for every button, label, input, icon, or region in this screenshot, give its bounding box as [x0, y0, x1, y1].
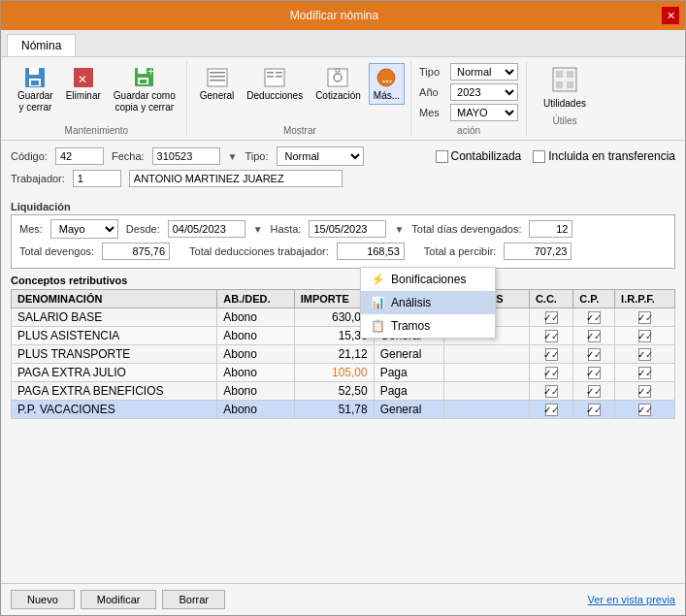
trabajador-name-input[interactable] [129, 170, 343, 187]
table-cell: PLUS ASISTENCIA [12, 327, 217, 345]
trabajador-id-input[interactable] [73, 170, 121, 187]
tipo-form-label: Tipo: [245, 150, 268, 162]
svg-rect-18 [276, 72, 282, 74]
desde-input[interactable] [168, 220, 245, 238]
checkbox-cell[interactable]: ✓ [545, 404, 558, 416]
table-row[interactable]: PAGA EXTRA BENEFICIOSAbono52,50Paga✓✓✓ [12, 382, 675, 401]
cotizacion-button[interactable]: Cotización [310, 63, 366, 105]
table-cell [443, 345, 529, 364]
table-cell: Abono [217, 327, 295, 345]
contabilizada-checkbox[interactable] [436, 150, 448, 163]
ribbon-group-mantenimiento: Guardary cerrar ✕ Eliminar + Guardar com… [7, 61, 187, 136]
svg-text:✕: ✕ [78, 73, 87, 86]
conceptos-title: Conceptos retributivos [11, 275, 675, 286]
hasta-input[interactable] [309, 220, 386, 238]
table-cell: 51,78 [294, 401, 374, 419]
table-cell: 105,00 [294, 364, 374, 382]
contabilizada-item: Contabilizada [436, 149, 522, 163]
svg-rect-9 [140, 80, 147, 83]
guardar-cerrar-button[interactable]: Guardary cerrar [13, 63, 58, 116]
vista-previa-link[interactable]: Ver en vista previa [588, 594, 676, 605]
checkbox-cell[interactable]: ✓ [638, 404, 651, 416]
ano-row: Año 2023 [419, 83, 518, 101]
mes-select[interactable]: MAYO [450, 104, 518, 121]
table-cell: General [374, 345, 443, 364]
title-bar: Modificar nómina ✕ [1, 1, 685, 30]
modificar-button[interactable]: Modificar [81, 590, 157, 609]
table-row[interactable]: PLUS TRANSPORTEAbono21,12General✓✓✓ [12, 345, 675, 364]
eliminar-button[interactable]: ✕ Eliminar [61, 63, 106, 105]
guardar-copia-button[interactable]: + Guardar comocopia y cerrar [109, 63, 180, 116]
trabajador-label: Trabajador: [11, 173, 65, 184]
general-button[interactable]: General [195, 63, 240, 105]
mes-liq-label: Mes: [19, 223, 43, 235]
checkbox-cell[interactable]: ✓ [545, 330, 558, 342]
checkbox-cell[interactable]: ✓ [638, 330, 651, 342]
checkbox-cell[interactable]: ✓ [545, 311, 558, 324]
desde-label: Desde: [126, 223, 160, 235]
guardar-copia-label: Guardar comocopia y cerrar [114, 90, 176, 113]
codigo-row: Código: Fecha: ▼ Tipo: Normal Contabiliz… [11, 146, 675, 166]
table-cell: P.P. VACACIONES [12, 401, 217, 419]
ano-select[interactable]: 2023 [450, 83, 518, 101]
table-row[interactable]: PLUS ASISTENCIAAbono15,36General✓✓✓ [12, 327, 675, 345]
total-devengos-label: Total devengos: [19, 245, 94, 257]
checkbox-cell[interactable]: ✓ [545, 367, 558, 379]
col-ab-ded: AB./DED. [217, 290, 295, 308]
utilidades-button[interactable]: Utilidades [535, 61, 595, 113]
dropdown-tramos[interactable]: 📋 Tramos [361, 314, 495, 338]
mas-button[interactable]: ... Más... [369, 63, 405, 105]
save-icon [23, 66, 47, 89]
checkbox-cell[interactable]: ✓ [588, 404, 601, 416]
svg-text:...: ... [382, 72, 392, 85]
deducciones-button[interactable]: Deducciones [242, 63, 308, 105]
checkbox-cell[interactable]: ✓ [638, 385, 651, 398]
checkbox-cell[interactable]: ✓ [545, 348, 558, 361]
checkbox-cell[interactable]: ✓ [588, 367, 601, 379]
table-row[interactable]: PAGA EXTRA JULIOAbono105,00Paga✓✓✓ [12, 364, 675, 382]
nuevo-button[interactable]: Nuevo [11, 590, 75, 609]
incluida-checkbox[interactable] [533, 150, 545, 163]
checkbox-cell[interactable]: ✓ [638, 367, 651, 379]
mes-liq-select[interactable]: Mayo [50, 219, 118, 239]
tipo-form-select[interactable]: Normal [277, 146, 364, 166]
liquidacion-row1: Mes: Mayo Desde: ▼ Hasta: ▼ Total días d… [19, 219, 667, 239]
liquidacion-box: Mes: Mayo Desde: ▼ Hasta: ▼ Total días d… [11, 214, 675, 269]
checkbox-cell[interactable]: ✓ [545, 385, 558, 398]
total-dias-input[interactable] [529, 220, 572, 238]
desde-arrow[interactable]: ▼ [253, 224, 263, 235]
close-button[interactable]: ✕ [662, 7, 679, 24]
fecha-input[interactable] [152, 147, 220, 165]
dropdown-bonificaciones[interactable]: ⚡ Bonificaciones [361, 268, 495, 291]
codigo-input[interactable] [55, 147, 104, 165]
ribbon-group-utiles: Utilidades Útiles [526, 61, 603, 136]
checkbox-cell[interactable]: ✓ [588, 385, 601, 398]
checkbox-cell[interactable]: ✓ [638, 311, 651, 324]
total-percibir-input[interactable] [504, 243, 572, 260]
tab-nomina[interactable]: Nómina [7, 34, 76, 56]
total-deducciones-input[interactable] [337, 243, 405, 260]
total-devengos-input[interactable] [102, 243, 170, 260]
checkbox-cell[interactable]: ✓ [588, 330, 601, 342]
tramos-label: Tramos [391, 319, 430, 333]
borrar-button[interactable]: Borrar [162, 590, 225, 609]
checkbox-cell[interactable]: ✓ [588, 348, 601, 361]
checkbox-row: Contabilizada Incluida en transferencia [436, 149, 675, 163]
incluida-item: Incluida en transferencia [533, 149, 675, 163]
table-row[interactable]: P.P. VACACIONESAbono51,78General✓✓✓ [12, 401, 675, 419]
col-irpf: I.R.P.F. [615, 290, 675, 308]
table-row[interactable]: SALARIO BASEAbono630,00General✓✓✓ [12, 308, 675, 327]
dropdown-analisis[interactable]: 📊 Análisis [361, 291, 495, 314]
footer: Nuevo Modificar Borrar Ver en vista prev… [1, 583, 685, 615]
tipo-select[interactable]: Normal [450, 63, 518, 81]
svg-rect-3 [31, 81, 39, 85]
delete-icon: ✕ [72, 66, 95, 89]
form-area: Código: Fecha: ▼ Tipo: Normal Contabiliz… [1, 141, 685, 197]
table-cell: SALARIO BASE [12, 308, 217, 327]
fecha-dropdown-arrow[interactable]: ▼ [228, 151, 238, 162]
hasta-arrow[interactable]: ▼ [394, 224, 404, 235]
checkbox-cell[interactable]: ✓ [638, 348, 651, 361]
total-dias-label: Total días devengados: [411, 223, 521, 235]
checkbox-cell[interactable]: ✓ [588, 311, 601, 324]
table-cell: Abono [217, 382, 295, 401]
